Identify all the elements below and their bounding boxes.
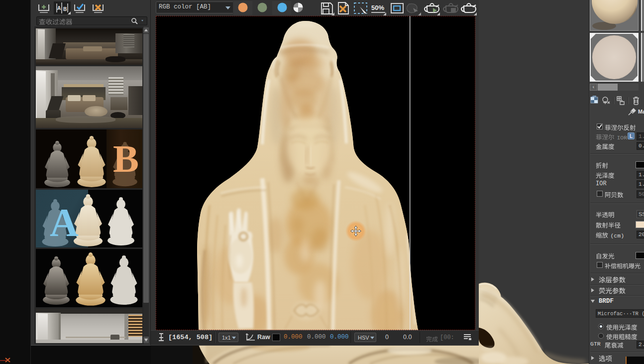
svg-text:50%: 50% — [371, 4, 384, 11]
svg-text:B: B — [63, 6, 67, 12]
svg-text:A: A — [57, 5, 61, 11]
